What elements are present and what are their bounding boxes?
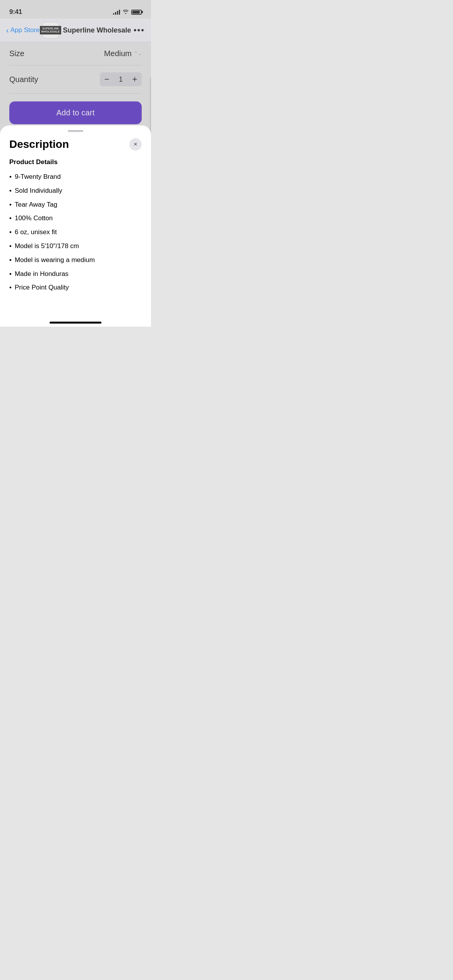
list-item: •Model is 5′10″/178 cm xyxy=(9,242,142,251)
list-item: •Tear Away Tag xyxy=(9,200,142,209)
list-item: •Model is wearing a medium xyxy=(9,255,142,265)
bullet-icon: • xyxy=(9,172,12,182)
bullet-icon: • xyxy=(9,200,12,209)
modal-section-title: Product Details xyxy=(9,158,142,166)
home-indicator xyxy=(50,322,101,324)
modal-drag-handle[interactable] xyxy=(68,130,83,132)
bullet-icon: • xyxy=(9,214,12,223)
bullet-icon: • xyxy=(9,269,12,279)
modal-title: Description xyxy=(9,138,69,151)
bullet-icon: • xyxy=(9,242,12,251)
bullet-icon: • xyxy=(9,283,12,292)
bullet-icon: • xyxy=(9,228,12,237)
modal-sheet: Description × Product Details •9-Twenty … xyxy=(0,125,151,327)
list-item: •100% Cotton xyxy=(9,214,142,223)
bullet-icon: • xyxy=(9,186,12,195)
list-item: •Sold Individually xyxy=(9,186,142,195)
list-item: •Made in Honduras xyxy=(9,269,142,279)
modal-handle-area xyxy=(0,125,151,135)
modal-close-button[interactable]: × xyxy=(129,138,142,151)
product-details-list: •9-Twenty Brand•Sold Individually•Tear A… xyxy=(9,172,142,292)
bullet-icon: • xyxy=(9,255,12,265)
list-item: •Price Point Quality xyxy=(9,283,142,292)
list-item: •9-Twenty Brand xyxy=(9,172,142,182)
modal-body: Product Details •9-Twenty Brand•Sold Ind… xyxy=(0,158,151,292)
modal-header: Description × xyxy=(0,135,151,158)
list-item: •6 oz, unisex fit xyxy=(9,228,142,237)
